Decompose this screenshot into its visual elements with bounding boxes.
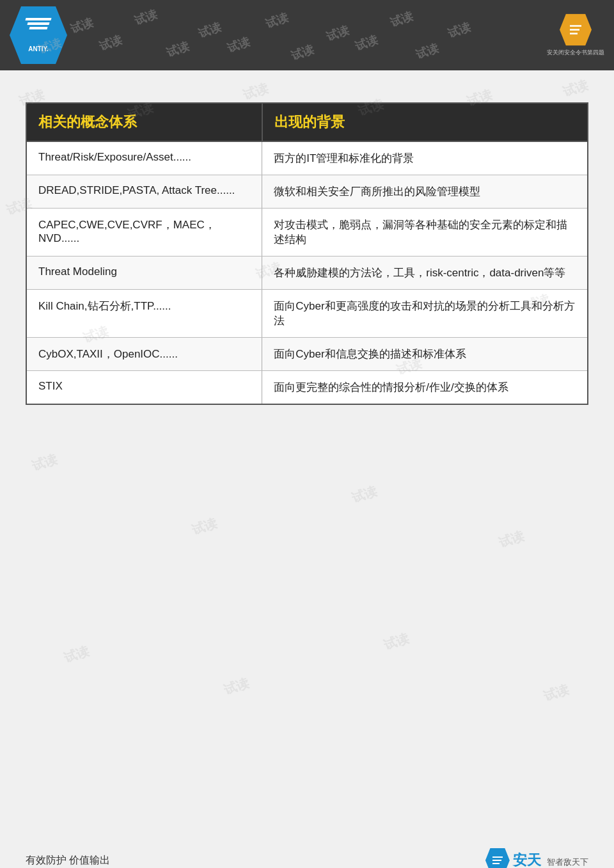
main-table: 相关的概念体系 出现的背景 Threat/Risk/Exposure/Asset… — [26, 102, 588, 405]
table-row: Kill Chain,钻石分析,TTP......面向Cyber和更高强度的攻击… — [26, 290, 588, 338]
right-logo-subtext: 安关闭安全令书第四题 — [547, 49, 604, 57]
table-cell-col1: CybOX,TAXII，OpenIOC...... — [26, 338, 262, 371]
header: ANTIY. 试读 试读 试读 试读 试读 试读 试读 试读 试读 试读 试读 … — [0, 0, 614, 70]
body-wm6: 试读 — [561, 76, 591, 101]
body-wm14: 试读 — [350, 482, 380, 507]
table-cell-col1: Threat/Risk/Exposure/Asset...... — [26, 141, 262, 175]
table-row: DREAD,STRIDE,PASTA, Attack Tree......微软和… — [26, 175, 588, 209]
table-cell-col2: 西方的IT管理和标准化的背景 — [262, 141, 588, 175]
main-content: 试读 试读 试读 试读 试读 试读 试读 试读 试读 试读 试读 试读 试读 试… — [0, 70, 614, 825]
header-watermarks: 试读 试读 试读 试读 试读 试读 试读 试读 试读 试读 试读 试读 试读 试… — [0, 0, 614, 70]
table-cell-col1: STIX — [26, 371, 262, 405]
wm13: 试读 — [353, 32, 380, 54]
table-cell-col2: 面向Cyber和更高强度的攻击和对抗的场景的分析工具和分析方法 — [262, 290, 588, 338]
footer-brand-name: 安天 智者敌天下 — [513, 851, 588, 868]
wm7: 试读 — [446, 19, 473, 42]
logo-text: ANTIY. — [28, 45, 49, 52]
body-wm13: 试读 — [190, 514, 220, 539]
table-cell-col1: DREAD,STRIDE,PASTA, Attack Tree...... — [26, 175, 262, 209]
table-row: Threat Modeling各种威胁建模的方法论，工具，risk-centri… — [26, 256, 588, 290]
wm1: 试读 — [68, 15, 95, 37]
wm14: 试读 — [414, 40, 441, 63]
body-wm18: 试读 — [382, 629, 412, 654]
wm12: 试读 — [289, 42, 316, 64]
table-row: CybOX,TAXII，OpenIOC......面向Cyber和信息交换的描述… — [26, 338, 588, 371]
table-row: STIX面向更完整的综合性的情报分析/作业/交换的体系 — [26, 371, 588, 405]
body-wm12: 试读 — [30, 450, 60, 475]
footer-right-logo: 安天 智者敌天下 — [485, 848, 588, 868]
wm3: 试读 — [196, 19, 223, 42]
right-logo-icon — [560, 14, 592, 46]
body-wm3: 试读 — [241, 79, 271, 104]
table-cell-col2: 面向更完整的综合性的情报分析/作业/交换的体系 — [262, 371, 588, 405]
table-cell-col2: 微软和相关安全厂商所推出的风险管理模型 — [262, 175, 588, 209]
footer: 有效防护 价值输出 安天 智者敌天下 — [0, 838, 614, 868]
wm10: 试读 — [164, 38, 191, 61]
table-cell-col2: 对攻击模式，脆弱点，漏洞等各种基础的安全元素的标定和描述结构 — [262, 209, 588, 256]
table-cell-col1: Kill Chain,钻石分析,TTP...... — [26, 290, 262, 338]
wm11: 试读 — [225, 34, 252, 56]
table-cell-col1: CAPEC,CWE,CVE,CVRF，MAEC，NVD...... — [26, 209, 262, 256]
table-row: Threat/Risk/Exposure/Asset......西方的IT管理和… — [26, 141, 588, 175]
body-wm15: 试读 — [497, 527, 527, 552]
body-wm16: 试读 — [62, 642, 92, 667]
wm5: 试读 — [324, 22, 351, 45]
wm2: 试读 — [132, 6, 159, 29]
footer-logo-hex — [485, 848, 510, 868]
table-cell-col2: 各种威胁建模的方法论，工具，risk-centric，data-driven等等 — [262, 256, 588, 290]
wm9: 试读 — [97, 32, 124, 54]
body-wm17: 试读 — [222, 674, 252, 699]
table-row: CAPEC,CWE,CVE,CVRF，MAEC，NVD......对攻击模式，脆… — [26, 209, 588, 256]
table-cell-col1: Threat Modeling — [26, 256, 262, 290]
wm6: 试读 — [388, 8, 415, 31]
col1-header: 相关的概念体系 — [26, 103, 262, 141]
table-cell-col2: 面向Cyber和信息交换的描述和标准体系 — [262, 338, 588, 371]
header-logo: ANTIY. — [10, 6, 67, 64]
header-right-logo: 安关闭安全令书第四题 — [547, 14, 604, 57]
col2-header: 出现的背景 — [262, 103, 588, 141]
footer-left-text: 有效防护 价值输出 — [26, 854, 110, 867]
wm4: 试读 — [264, 10, 290, 32]
body-wm19: 试读 — [542, 681, 572, 706]
